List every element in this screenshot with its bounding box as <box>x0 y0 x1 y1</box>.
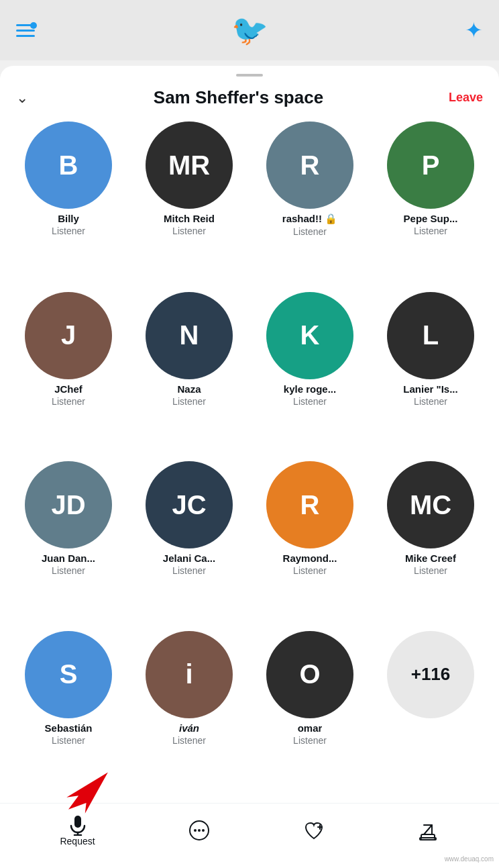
top-bar: 🐦 ✦ <box>0 0 499 60</box>
heart-icon <box>303 820 325 841</box>
request-label: Request <box>60 836 95 847</box>
listener-avatar: JD <box>25 461 112 548</box>
listener-avatar: K <box>266 292 353 379</box>
listener-name: iván <box>179 722 199 734</box>
listener-avatar: R <box>266 461 353 548</box>
share-button[interactable] <box>417 820 439 841</box>
listener-name: kyle roge... <box>284 383 336 395</box>
svg-rect-9 <box>420 838 436 840</box>
svg-point-5 <box>198 829 201 832</box>
listener-role: Listener <box>52 396 85 407</box>
listener-avatar: R <box>266 122 353 209</box>
listener-role: Listener <box>172 396 206 407</box>
main-card: ⌄ Sam Sheffer's space Leave BBillyListen… <box>0 66 499 868</box>
listener-role: Listener <box>414 565 447 576</box>
listener-role: Listener <box>172 735 206 746</box>
listener-role: Listener <box>293 565 327 576</box>
listener-item[interactable]: iivánListener <box>131 631 247 793</box>
listener-role: Listener <box>293 735 327 746</box>
listener-name: Jelani Ca... <box>163 552 215 564</box>
listener-avatar: P <box>387 122 474 209</box>
listener-avatar: S <box>25 631 112 718</box>
listener-role: Listener <box>293 226 327 237</box>
listener-item[interactable]: NNazaListener <box>131 292 247 454</box>
more-icon <box>188 820 210 841</box>
listener-item[interactable]: Rrashad!! 🔒Listener <box>252 122 368 284</box>
listener-role: Listener <box>414 226 447 236</box>
listener-name: Mitch Reid <box>164 213 215 224</box>
hamburger-line-3 <box>16 35 35 37</box>
listener-count: +116 <box>387 631 474 718</box>
compose-icon[interactable]: ✦ <box>465 17 483 43</box>
collapse-button[interactable]: ⌄ <box>16 89 28 107</box>
listener-avatar: JC <box>146 461 233 548</box>
listener-item[interactable]: +116 <box>373 631 488 793</box>
listener-name: JChef <box>54 383 82 395</box>
request-mic-button[interactable] <box>67 814 89 836</box>
watermark: www.deuaq.com <box>445 855 494 863</box>
hamburger-line-2 <box>16 30 35 32</box>
listeners-grid: BBillyListenerMRMitch ReidListenerRrasha… <box>0 116 499 803</box>
listener-avatar: J <box>25 292 112 379</box>
listener-name: Juan Dan... <box>42 552 95 564</box>
listener-avatar: MC <box>387 461 474 548</box>
twitter-logo: 🐦 <box>231 15 268 45</box>
listener-avatar: O <box>266 631 353 718</box>
space-title: Sam Sheffer's space <box>28 87 449 108</box>
mic-icon <box>67 814 89 836</box>
listener-item[interactable]: Kkyle roge...Listener <box>252 292 368 454</box>
bottom-bar: Request <box>0 803 499 868</box>
listener-role: Listener <box>172 226 206 236</box>
share-icon <box>417 820 439 841</box>
notification-dot <box>30 22 37 29</box>
listener-name: Sebastián <box>45 722 93 734</box>
listener-avatar: N <box>146 292 233 379</box>
listener-item[interactable]: SSebastiánListener <box>11 631 126 793</box>
listener-role: Listener <box>52 226 85 236</box>
listener-item[interactable]: JJChefListener <box>11 292 126 454</box>
listener-item[interactable]: RRaymond...Listener <box>252 461 368 623</box>
listener-item[interactable]: LLanier "Is...Listener <box>373 292 488 454</box>
listener-name: Lanier "Is... <box>403 383 457 395</box>
listener-item[interactable]: MRMitch ReidListener <box>131 122 247 284</box>
svg-rect-0 <box>74 816 81 828</box>
bottom-actions: Request <box>0 814 499 847</box>
svg-point-4 <box>194 829 197 832</box>
listener-item[interactable]: PPepe Sup...Listener <box>373 122 488 284</box>
listener-item[interactable]: OomarListener <box>252 631 368 793</box>
listener-item[interactable]: JCJelani Ca...Listener <box>131 461 247 623</box>
listener-item[interactable]: MCMike CreefListener <box>373 461 488 623</box>
listener-role: Listener <box>414 396 447 407</box>
space-header: ⌄ Sam Sheffer's space Leave <box>0 77 499 116</box>
listener-name: Billy <box>58 213 79 224</box>
listener-avatar: MR <box>146 122 233 209</box>
listener-role: Listener <box>52 735 85 746</box>
listener-name: Pepe Sup... <box>404 213 458 224</box>
listener-item[interactable]: BBillyListener <box>11 122 126 284</box>
listener-name: Raymond... <box>283 552 337 564</box>
more-button[interactable] <box>188 820 210 841</box>
listener-avatar: B <box>25 122 112 209</box>
listener-name: Mike Creef <box>405 552 456 564</box>
listener-role: Listener <box>293 396 327 407</box>
listener-name: rashad!! 🔒 <box>282 213 337 225</box>
listener-avatar: i <box>146 631 233 718</box>
leave-button[interactable]: Leave <box>449 91 483 105</box>
listener-name: omar <box>298 722 323 734</box>
listener-name: Naza <box>177 383 201 395</box>
like-button[interactable] <box>303 820 325 841</box>
listener-avatar: L <box>387 292 474 379</box>
listener-role: Listener <box>52 565 85 576</box>
listener-item[interactable]: JDJuan Dan...Listener <box>11 461 126 623</box>
svg-point-6 <box>202 829 205 832</box>
menu-button[interactable] <box>16 24 35 37</box>
listener-role: Listener <box>172 565 206 576</box>
